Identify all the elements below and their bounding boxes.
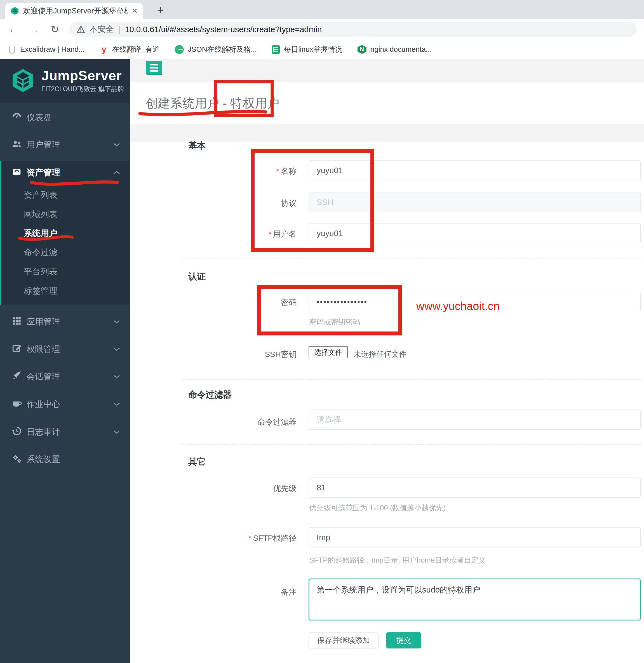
logo-title: JumpServer xyxy=(41,69,124,83)
save-and-continue-button[interactable]: 保存并继续添加 xyxy=(308,632,378,648)
tab-close-icon[interactable]: ✕ xyxy=(132,7,138,15)
submit-button[interactable]: 提交 xyxy=(386,632,421,648)
sidebar-item-log-audit[interactable]: 日志审计 xyxy=(0,422,130,441)
sidebar-item-system-users[interactable]: 系统用户 xyxy=(0,225,130,242)
section-divider xyxy=(182,258,641,258)
chevron-down-icon xyxy=(113,374,120,379)
jumpserver-logo-icon xyxy=(10,68,36,95)
create-system-user-form: 基本 *名称 协议 *用户名 认证 密码 密码或密钥密码 SSH密钥 xyxy=(130,59,644,663)
watermark-text: www.yuchaoit.cn xyxy=(416,300,500,313)
required-asterisk: * xyxy=(269,230,271,238)
address-bar[interactable]: 不安全 | 10.0.0.61/ui/#/assets/system-users… xyxy=(69,22,637,37)
protocol-input xyxy=(308,192,641,212)
username-label: *用户名 xyxy=(179,229,297,239)
section-header-command-filter: 命令过滤器 xyxy=(188,389,232,401)
sidebar-item-domain-list[interactable]: 网域列表 xyxy=(0,206,130,223)
sidebar-item-command-filter[interactable]: 命令过滤 xyxy=(0,244,130,261)
browser-tab-bar: 欢迎使用JumpServer开源堡垒机 ✕ + xyxy=(0,0,644,19)
chevron-up-icon xyxy=(113,170,120,175)
section-divider xyxy=(182,444,641,445)
bookmarks-bar: Excalidraw | Hand... y 在线翻译_有道 JSON JSON… xyxy=(0,40,644,59)
name-label: *名称 xyxy=(179,166,297,177)
comment-label: 备注 xyxy=(179,587,297,597)
section-header-basic: 基本 xyxy=(188,140,206,152)
sidebar-item-dashboard[interactable]: 仪表盘 xyxy=(0,108,130,127)
ssh-key-label: SSH密钥 xyxy=(179,349,297,360)
required-asterisk: * xyxy=(248,534,251,543)
password-label: 密码 xyxy=(179,297,297,308)
section-header-auth: 认证 xyxy=(188,271,206,282)
reload-icon[interactable]: ↻ xyxy=(49,23,61,35)
command-filter-select[interactable] xyxy=(308,410,641,430)
sidebar-item-sessions[interactable]: 会话管理 xyxy=(0,367,130,386)
url-separator: | xyxy=(118,25,120,34)
chevron-down-icon xyxy=(113,430,120,434)
logo-subtitle: FIT2CLOUD飞致云 旗下品牌 xyxy=(41,85,124,93)
sftp-hint: SFTP的起始路径，tmp目录, 用户home目录或者自定义 xyxy=(309,555,486,565)
sidebar-item-platform-list[interactable]: 平台列表 xyxy=(0,263,130,280)
chevron-down-icon xyxy=(113,402,120,407)
sidebar: JumpServer FIT2CLOUD飞致云 旗下品牌 仪表盘 用户管理 资产… xyxy=(0,59,130,663)
bookmark-linux[interactable]: 每日linux掌握情况 xyxy=(272,44,342,54)
main-content: 创建系统用户 - 特权用户 基本 *名称 协议 *用户名 认证 密码 密码或密钥… xyxy=(130,59,644,663)
history-icon xyxy=(10,426,23,439)
browser-tab[interactable]: 欢迎使用JumpServer开源堡垒机 ✕ xyxy=(5,3,143,19)
not-secure-warning-icon xyxy=(77,25,85,33)
users-icon xyxy=(10,138,23,151)
priority-label: 优先级 xyxy=(179,483,297,494)
forward-icon[interactable]: → xyxy=(28,23,40,35)
priority-input[interactable] xyxy=(308,478,641,498)
sheet-favicon xyxy=(272,45,280,54)
priority-hint: 优先级可选范围为 1-100 (数值越小越优先) xyxy=(309,503,446,513)
edit-square-icon xyxy=(10,343,23,356)
url-text: 10.0.0.61/ui/#/assets/system-users/creat… xyxy=(125,25,322,34)
sidebar-item-system-settings[interactable]: 系统设置 xyxy=(0,450,130,469)
sftp-root-input[interactable] xyxy=(308,527,641,547)
back-icon[interactable]: ← xyxy=(7,23,20,35)
new-tab-button[interactable]: + xyxy=(153,3,168,17)
tab-title: 欢迎使用JumpServer开源堡垒机 xyxy=(23,6,128,16)
nginx-favicon: N xyxy=(358,45,367,54)
json-favicon: JSON xyxy=(175,45,184,54)
sidebar-item-assets[interactable]: 资产管理 xyxy=(0,163,130,182)
jumpserver-favicon xyxy=(10,7,19,15)
chevron-down-icon xyxy=(113,347,120,351)
file-status-text: 未选择任何文件 xyxy=(353,349,407,359)
excalidraw-favicon xyxy=(8,45,16,54)
password-hint: 密码或密钥密码 xyxy=(309,317,360,327)
sftp-root-label: *SFTP根路径 xyxy=(179,533,297,544)
grid-icon xyxy=(10,315,23,328)
logo: JumpServer FIT2CLOUD飞致云 旗下品牌 xyxy=(0,59,130,103)
youdao-favicon: y xyxy=(100,45,108,54)
name-input[interactable] xyxy=(308,160,641,180)
sidebar-item-permissions[interactable]: 权限管理 xyxy=(0,340,130,359)
coffee-icon xyxy=(10,398,23,411)
security-label: 不安全 xyxy=(90,24,114,35)
sidebar-item-label-management[interactable]: 标签管理 xyxy=(0,282,130,299)
section-header-other: 其它 xyxy=(188,456,206,468)
sidebar-item-applications[interactable]: 应用管理 xyxy=(0,312,130,331)
username-input[interactable] xyxy=(308,223,641,243)
chevron-down-icon xyxy=(113,319,120,324)
bookmark-nginx[interactable]: N nginx documenta... xyxy=(358,45,432,54)
command-filter-label: 命令过滤器 xyxy=(179,417,297,428)
bookmark-youdao[interactable]: y 在线翻译_有道 xyxy=(100,44,160,54)
sidebar-item-users[interactable]: 用户管理 xyxy=(0,135,130,154)
bookmark-excalidraw[interactable]: Excalidraw | Hand... xyxy=(8,45,85,54)
asset-box-icon xyxy=(10,166,23,179)
gears-icon xyxy=(10,453,23,466)
chevron-down-icon xyxy=(113,142,120,147)
browser-url-bar: ← → ↻ 不安全 | 10.0.0.61/ui/#/assets/system… xyxy=(0,19,644,40)
sidebar-item-asset-list[interactable]: 资产列表 xyxy=(0,187,130,203)
rocket-icon xyxy=(10,370,23,383)
section-divider xyxy=(182,379,641,380)
required-asterisk: * xyxy=(276,167,279,176)
protocol-label: 协议 xyxy=(179,198,297,209)
dashboard-icon xyxy=(10,111,23,124)
choose-file-button[interactable]: 选择文件 xyxy=(308,346,348,358)
sidebar-item-job-center[interactable]: 作业中心 xyxy=(0,395,130,414)
bookmark-json[interactable]: JSON JSON在线解析及格... xyxy=(175,44,257,54)
comment-textarea[interactable]: 第一个系统用户，设置为可以sudo的特权用户 xyxy=(308,578,641,620)
